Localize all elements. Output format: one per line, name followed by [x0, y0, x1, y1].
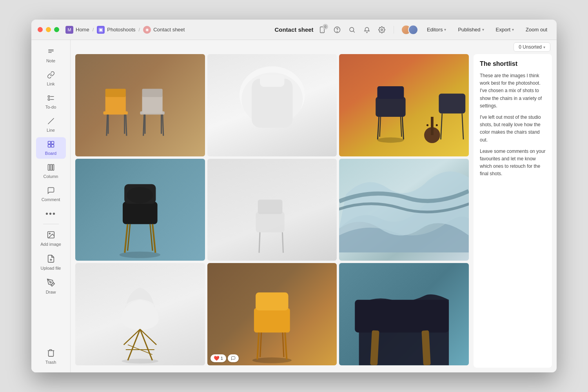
svg-rect-19 [48, 165, 49, 171]
svg-line-5 [353, 31, 354, 32]
svg-point-71 [122, 359, 158, 364]
link-label: Link [47, 82, 54, 86]
help-icon[interactable] [332, 25, 342, 34]
svg-rect-16 [51, 142, 54, 144]
zoom-button[interactable]: Zoom out [523, 25, 550, 34]
svg-point-23 [49, 233, 50, 234]
grid-cell-5[interactable] [207, 159, 337, 261]
line-label: Line [47, 128, 55, 132]
contact-icon: ◉ [143, 26, 151, 34]
svg-line-84 [283, 333, 284, 358]
export-dropdown[interactable]: Export ▾ [493, 25, 517, 34]
svg-line-37 [143, 114, 144, 136]
svg-line-63 [125, 224, 127, 252]
svg-point-54 [426, 124, 428, 126]
link-icon [47, 71, 55, 80]
sort-chevron: ▾ [543, 45, 545, 49]
sidebar-item-more[interactable]: ••• [36, 207, 66, 221]
svg-line-72 [128, 329, 140, 360]
notification-icon[interactable] [362, 25, 372, 34]
titlebar-actions: 0 [318, 25, 550, 35]
breadcrumb: M Home / ▣ Photoshoots / ◉ Contact sheet [65, 26, 185, 34]
sidebar-item-note[interactable]: Note [36, 45, 66, 66]
svg-rect-85 [355, 300, 449, 332]
comment-reaction[interactable] [228, 354, 239, 362]
sidebar-item-draw[interactable]: Draw [36, 275, 66, 298]
home-label[interactable]: Home [76, 27, 89, 33]
photo-icon: ▣ [97, 26, 105, 34]
board-icon [47, 140, 55, 149]
sidebar-item-trash[interactable]: Trash [36, 345, 66, 368]
contact-label[interactable]: Contact sheet [153, 27, 185, 33]
svg-line-31 [126, 114, 127, 136]
sidebar-item-upload[interactable]: Upload file [36, 251, 66, 274]
editors-chevron: ▾ [444, 27, 446, 32]
export-chevron: ▾ [512, 27, 514, 32]
sidebar-item-comment[interactable]: Comment [36, 183, 66, 205]
svg-line-70 [282, 232, 283, 252]
traffic-lights [38, 27, 59, 32]
content-area: 0 Unsorted ▾ [71, 40, 557, 372]
sidebar-item-link[interactable]: Link [36, 68, 66, 89]
sidebar-item-board[interactable]: Board [36, 137, 66, 159]
sidebar-item-column[interactable]: Column [36, 160, 66, 182]
breadcrumb-home[interactable]: M Home [65, 26, 89, 34]
device-icon[interactable]: 0 [318, 25, 327, 34]
editors-dropdown[interactable]: Editors ▾ [424, 25, 449, 34]
svg-rect-36 [142, 89, 163, 97]
shortlist-para-3: Leave some comments on your favourites a… [480, 148, 546, 178]
board-label: Board [45, 151, 56, 156]
svg-rect-60 [123, 201, 158, 224]
grid-cell-6[interactable] [339, 159, 469, 261]
close-button[interactable] [38, 27, 43, 32]
upload-label: Upload file [41, 266, 61, 270]
sidebar-item-add-image[interactable]: Add image [36, 227, 66, 250]
trash-label: Trash [45, 360, 56, 365]
search-icon[interactable] [347, 25, 357, 34]
cell-8-reactions: ❤️1 [211, 354, 239, 362]
grid-cell-4[interactable] [75, 159, 205, 261]
grid-cell-3[interactable] [339, 54, 469, 156]
shortlist-title: The shortlist [480, 60, 546, 67]
svg-point-3 [337, 31, 337, 31]
grid-cell-2[interactable] [207, 54, 337, 156]
photoshoots-label[interactable]: Photoshoots [107, 27, 135, 33]
grid-cell-1[interactable] [75, 54, 205, 156]
svg-rect-17 [48, 145, 51, 147]
maximize-button[interactable] [54, 27, 59, 32]
image-grid: ❤️1 [75, 54, 469, 368]
svg-point-26 [50, 281, 51, 283]
column-label: Column [44, 174, 58, 179]
svg-point-55 [436, 124, 438, 126]
shortlist-para-1: These are the images I think work best f… [480, 72, 546, 110]
published-dropdown[interactable]: Published ▾ [455, 25, 487, 34]
sidebar-item-todo[interactable]: To-do [36, 91, 66, 113]
svg-rect-47 [377, 86, 404, 99]
trash-icon [47, 348, 55, 358]
more-icon: ••• [45, 210, 56, 218]
home-icon: M [65, 26, 73, 34]
sidebar-item-line[interactable]: Line [36, 114, 66, 136]
sep2: / [139, 27, 140, 33]
svg-point-62 [127, 187, 153, 203]
breadcrumb-photoshoots[interactable]: ▣ Photoshoots [97, 26, 135, 34]
svg-line-14 [48, 118, 54, 124]
svg-rect-68 [258, 200, 282, 214]
export-label: Export [496, 27, 511, 33]
breadcrumb-contact[interactable]: ◉ Contact sheet [143, 26, 185, 34]
minimize-button[interactable] [46, 27, 51, 32]
svg-line-50 [380, 117, 381, 137]
grid-cell-9[interactable] [339, 263, 469, 365]
svg-line-81 [257, 333, 259, 360]
svg-line-51 [401, 117, 402, 137]
sort-button[interactable]: 0 Unsorted ▾ [514, 42, 550, 52]
heart-reaction[interactable]: ❤️1 [211, 354, 226, 362]
svg-rect-67 [256, 212, 284, 232]
divider [394, 26, 394, 34]
settings-icon[interactable] [377, 25, 387, 34]
published-chevron: ▾ [482, 27, 484, 32]
add-image-label: Add image [40, 242, 61, 247]
grid-cell-7[interactable] [75, 263, 205, 365]
grid-cell-8[interactable]: ❤️1 [207, 263, 337, 365]
svg-line-64 [152, 224, 155, 252]
